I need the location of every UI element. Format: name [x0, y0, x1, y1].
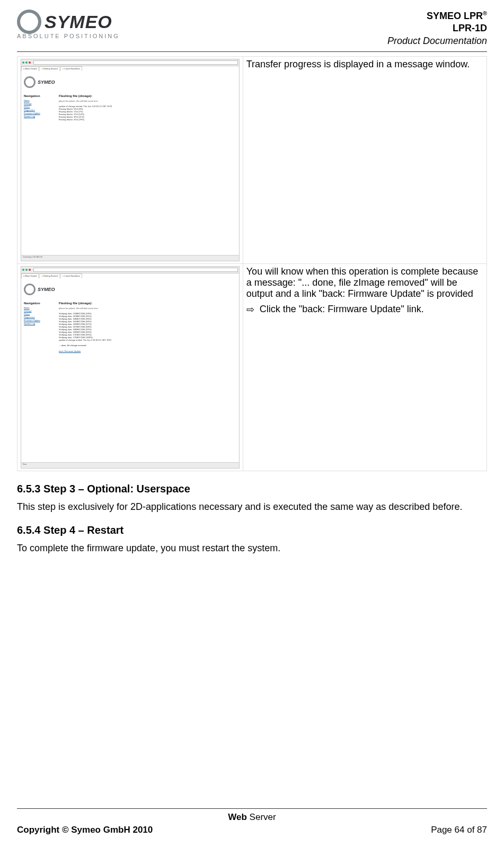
header-line1-sup: ®	[483, 10, 487, 16]
header-line1: SYMEO LPR	[427, 11, 483, 21]
table-row: Most Visited Getting Started Latest Head…	[17, 57, 487, 264]
row2-description: You will know when this operation is com…	[246, 266, 483, 299]
header-line3: Product Documentation	[387, 35, 487, 47]
mini-screenshot-1: Most Visited Getting Started Latest Head…	[21, 59, 240, 261]
page-header: SYMEO ABSOLUTE POSITIONING SYMEO LPR® LP…	[17, 10, 487, 52]
section-6-5-3-title: 6.5.3 Step 3 – Optional: Userspace	[17, 483, 487, 495]
section-6-5-4-title: 6.5.4 Step 4 – Restart	[17, 524, 487, 536]
footer-center-bold: Web	[228, 812, 247, 822]
table-row: Most Visited Getting Started Latest Head…	[17, 264, 487, 471]
header-text-block: SYMEO LPR® LPR-1D Product Documentation	[387, 10, 487, 47]
footer-copyright: Copyright © Symeo GmbH 2010	[17, 825, 153, 835]
section-6-5-4-body: To complete the firmware update, you mus…	[17, 543, 487, 554]
logo-subtitle: ABSOLUTE POSITIONING	[17, 33, 120, 39]
screenshot-cell-1: Most Visited Getting Started Latest Head…	[17, 57, 243, 264]
section-6-5-3-body: This step is exclusively for 2D-applicat…	[17, 501, 487, 513]
logo-word: SYMEO	[45, 12, 112, 32]
description-cell-2: You will know when this operation is com…	[243, 264, 487, 471]
row1-description: Transfer progress is displayed in a mess…	[246, 59, 470, 69]
row2-action-text: Click the "back: Firmware Update" link.	[260, 304, 424, 315]
footer-page-number: Page 64 of 87	[431, 825, 487, 835]
footer-center-rest: Server	[247, 812, 276, 822]
arrow-right-icon: ⇨	[246, 304, 254, 315]
mini-screenshot-2: Most Visited Getting Started Latest Head…	[21, 266, 240, 469]
page-footer: Web Server Copyright © Symeo GmbH 2010 P…	[17, 808, 487, 835]
content-area: Most Visited Getting Started Latest Head…	[17, 52, 487, 808]
description-cell-1: Transfer progress is displayed in a mess…	[243, 57, 487, 264]
header-line2: LPR-1D	[387, 22, 487, 34]
logo-block: SYMEO ABSOLUTE POSITIONING	[17, 10, 120, 39]
steps-table: Most Visited Getting Started Latest Head…	[17, 56, 487, 471]
screenshot-cell-2: Most Visited Getting Started Latest Head…	[17, 264, 243, 471]
logo-circle-icon	[17, 10, 41, 34]
